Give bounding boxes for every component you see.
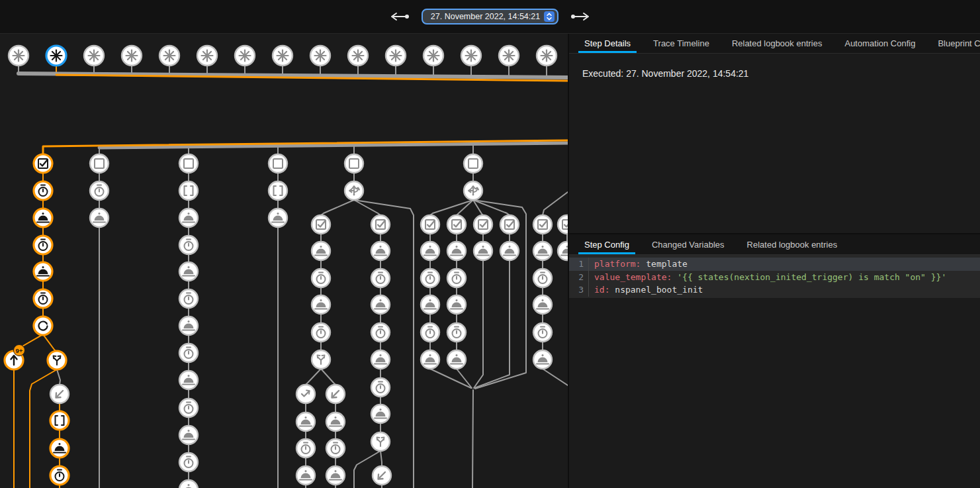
graph-node-call-split[interactable]: [48, 351, 66, 369]
graph-node-service-call[interactable]: [371, 350, 390, 369]
graph-node-service-call[interactable]: [533, 295, 552, 314]
graph-node-service-call[interactable]: [371, 295, 390, 314]
graph-node-service-call[interactable]: [474, 242, 492, 260]
graph-node-trigger-asterisk[interactable]: [499, 46, 519, 66]
tab-related-logbook-entries[interactable]: Related logbook entries: [736, 234, 849, 254]
graph-node-service-call[interactable]: [179, 317, 198, 335]
graph-node-condition-blank[interactable]: [90, 154, 109, 173]
graph-node-service-call[interactable]: [179, 262, 198, 281]
graph-node-condition-blank[interactable]: [464, 154, 482, 173]
graph-node-service-call[interactable]: [50, 439, 69, 458]
code-line[interactable]: 1platform: template: [569, 258, 980, 271]
graph-node-delay-timer[interactable]: [371, 378, 390, 397]
graph-node-trigger-asterisk[interactable]: [84, 46, 104, 66]
next-run-button[interactable]: [568, 9, 593, 24]
graph-node-service-call[interactable]: [269, 209, 287, 227]
graph-node-service-call[interactable]: [296, 413, 315, 431]
graph-node-condition-checked[interactable]: [371, 215, 390, 234]
code-line[interactable]: 3id: nspanel_boot_init: [569, 283, 980, 297]
graph-node-template-brackets[interactable]: [269, 181, 287, 200]
graph-node-condition-checked[interactable]: [558, 215, 568, 234]
graph-node-service-call[interactable]: [326, 413, 345, 431]
graph-node-service-call[interactable]: [179, 209, 198, 227]
graph-node-service-call[interactable]: [34, 262, 52, 281]
graph-node-delay-timer[interactable]: [371, 323, 390, 342]
graph-node-service-call[interactable]: [421, 242, 439, 260]
graph-node-condition-checked[interactable]: [474, 215, 492, 234]
graph-node-trigger-asterisk[interactable]: [273, 46, 292, 66]
graph-node-condition-checked[interactable]: [447, 215, 466, 234]
graph-node-service-call[interactable]: [371, 242, 390, 260]
graph-node-condition-blank[interactable]: [345, 154, 363, 173]
tab-trace-timeline[interactable]: Trace Timeline: [642, 33, 721, 53]
graph-node-template-brackets[interactable]: [179, 181, 198, 200]
graph-node-delay-timer[interactable]: [533, 269, 552, 287]
graph-node-trigger-asterisk[interactable]: [235, 46, 255, 66]
graph-node-delay-timer[interactable]: [421, 323, 439, 342]
graph-node-trigger-asterisk[interactable]: [197, 46, 217, 66]
graph-node-delay-timer[interactable]: [312, 323, 330, 342]
graph-node-service-call[interactable]: [34, 209, 52, 227]
graph-node-delay-timer[interactable]: [421, 269, 439, 287]
graph-node-delay-timer[interactable]: [34, 236, 52, 254]
graph-node-service-call[interactable]: [326, 466, 345, 485]
graph-node-trigger-asterisk[interactable]: [423, 46, 443, 66]
graph-node-trigger-asterisk[interactable]: [46, 46, 66, 66]
graph-node-service-call[interactable]: [558, 242, 568, 260]
graph-node-condition-checked[interactable]: [312, 215, 330, 234]
graph-node-condition-checked[interactable]: [34, 154, 52, 173]
graph-node-condition-checked[interactable]: [533, 215, 552, 234]
graph-node-service-call[interactable]: [312, 242, 330, 260]
tab-automation-config[interactable]: Automation Config: [833, 33, 926, 53]
previous-run-button[interactable]: [387, 9, 412, 24]
graph-node-condition-checked[interactable]: [500, 215, 519, 234]
graph-node-trigger-asterisk[interactable]: [537, 46, 557, 66]
graph-node-delay-timer[interactable]: [34, 289, 52, 308]
graph-node-service-call[interactable]: [296, 466, 315, 485]
graph-node-template-brackets[interactable]: [50, 411, 69, 430]
graph-node-repeat[interactable]: [34, 317, 52, 335]
graph-node-service-call[interactable]: [533, 242, 552, 260]
graph-node-trigger-asterisk[interactable]: [348, 46, 368, 66]
yaml-code-editor[interactable]: 1platform: template2value_template: '{{ …: [569, 255, 980, 298]
graph-node-trigger-asterisk[interactable]: [122, 46, 142, 66]
tab-blueprint-config[interactable]: Blueprint Config: [926, 33, 980, 53]
graph-node-trigger-asterisk[interactable]: [386, 46, 406, 66]
graph-node-delay-timer[interactable]: [447, 323, 466, 342]
graph-node-delay-timer[interactable]: [34, 181, 52, 200]
graph-node-delay-timer[interactable]: [296, 439, 315, 458]
code-line[interactable]: 2value_template: '{{ states(nextion_init…: [569, 271, 980, 284]
graph-node-arrow-bottom-left[interactable]: [50, 385, 69, 403]
graph-node-service-call[interactable]: [90, 209, 109, 227]
run-selector-select[interactable]: 27. November 2022, 14:54:21: [422, 9, 558, 24]
graph-node-delay-timer[interactable]: [326, 439, 345, 458]
graph-node-delay-timer[interactable]: [50, 466, 69, 485]
graph-node-service-call[interactable]: [371, 405, 390, 423]
graph-node-call-split[interactable]: [371, 432, 390, 451]
graph-node-service-call[interactable]: [447, 295, 466, 314]
graph-node-trigger-asterisk[interactable]: [461, 46, 481, 66]
tab-changed-variables[interactable]: Changed Variables: [641, 234, 736, 254]
graph-node-trigger-asterisk[interactable]: [9, 46, 28, 66]
graph-node-service-call[interactable]: [179, 426, 198, 444]
graph-node-arrow-bottom-left[interactable]: [326, 385, 345, 403]
graph-node-service-call[interactable]: [179, 480, 198, 488]
graph-node-delay-timer[interactable]: [447, 269, 466, 287]
graph-node-delay-timer[interactable]: [179, 344, 198, 362]
graph-node-delay-timer[interactable]: [371, 269, 390, 287]
graph-node-service-call[interactable]: [421, 350, 439, 369]
graph-node-check-arrow[interactable]: [296, 385, 315, 403]
graph-node-service-call[interactable]: [421, 295, 439, 314]
graph-node-condition-checked[interactable]: [421, 215, 439, 234]
graph-node-trigger-asterisk[interactable]: [159, 46, 179, 66]
graph-node-delay-timer[interactable]: [533, 323, 552, 342]
tab-step-details[interactable]: Step Details: [573, 33, 642, 53]
graph-node-delay-timer[interactable]: [90, 181, 109, 200]
graph-node-delay-timer[interactable]: [179, 453, 198, 471]
graph-node-trigger-asterisk[interactable]: [310, 46, 330, 66]
graph-node-delay-timer[interactable]: [179, 236, 198, 254]
graph-node-service-call[interactable]: [447, 242, 466, 260]
graph-node-delay-timer[interactable]: [179, 289, 198, 308]
graph-node-service-call[interactable]: [533, 350, 552, 369]
graph-node-call-split[interactable]: [312, 350, 330, 369]
